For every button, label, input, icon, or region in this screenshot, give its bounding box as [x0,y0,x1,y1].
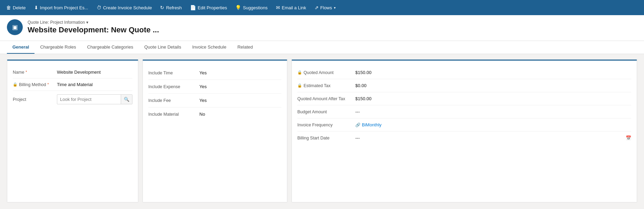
tab-quote-line-details[interactable]: Quote Line Details [139,41,187,54]
flows-chevron-icon: ▾ [334,6,336,10]
estimated-tax-label: 🔒 Estimated Tax [297,83,353,88]
breadcrumb-text: Quote Line: Project Information [28,20,85,25]
quoted-amount-after-tax-row: Quoted Amount After Tax $150.00 [297,92,631,105]
billing-required-star: * [48,83,49,86]
project-input-wrapper: 🔍 [57,94,132,104]
include-fee-label: Include Fee [148,98,197,103]
billing-start-date-calendar-icon[interactable]: 📅 [626,135,631,140]
import-button[interactable]: ⬇ Import from Project Es... [31,3,92,12]
billing-start-date-value: --- [355,135,623,140]
tab-chargeable-roles[interactable]: Chargeable Roles [34,41,81,54]
billing-start-date-row: Billing Start Date --- 📅 [297,132,631,144]
page-title: Website Development: New Quote ... [28,25,159,34]
delete-icon: 🗑 [6,5,11,10]
invoice-frequency-row: Invoice Frequency 🔗 BiMonthly [297,118,631,132]
include-fee-row: Include Fee Yes [148,94,281,107]
tab-related[interactable]: Related [232,41,258,54]
main-content: Name * Website Development 🔒 Billing Met… [0,54,644,208]
breadcrumb-chevron-icon: ▾ [86,20,88,25]
tabs-bar: General Chargeable Roles Chargeable Cate… [0,41,644,54]
budget-amount-value: --- [355,109,631,114]
refresh-label: Refresh [166,5,182,10]
include-expense-row: Include Expense Yes [148,80,281,94]
estimated-tax-lock-icon: 🔒 [297,83,302,88]
tab-chargeable-categories[interactable]: Chargeable Categories [82,41,139,54]
quoted-amount-after-tax-value: $150.00 [355,96,631,101]
billing-method-value: Time and Material [57,82,132,87]
quoted-amount-row: 🔒 Quoted Amount $150.00 [297,66,631,79]
invoice-frequency-label: Invoice Frequency [297,123,353,127]
header-section: ▣ Quote Line: Project Information ▾ Webs… [0,15,644,41]
billing-method-field-row: 🔒 Billing Method * Time and Material [13,79,132,91]
import-label: Import from Project Es... [40,5,88,10]
refresh-button[interactable]: ↻ Refresh [157,3,185,12]
include-expense-value: Yes [199,84,207,89]
quoted-amount-lock-icon: 🔒 [297,70,302,75]
include-material-label: Include Material [148,112,197,117]
suggestions-label: Suggestions [243,5,268,10]
include-material-value: No [199,112,205,117]
quoted-amount-label: 🔒 Quoted Amount [297,70,353,75]
estimated-tax-value: $0.00 [355,83,631,88]
include-material-row: Include Material No [148,107,281,121]
name-field-row: Name * Website Development [13,66,132,79]
billing-start-date-label: Billing Start Date [297,136,353,140]
create-invoice-icon: ⏱ [97,5,101,10]
budget-amount-row: Budget Amount --- [297,105,631,118]
flows-label: Flows [320,5,332,10]
tab-invoice-schedule[interactable]: Invoice Schedule [187,41,232,54]
create-invoice-label: Create Invoice Schedule [103,5,152,10]
avatar: ▣ [7,19,23,35]
project-search-button[interactable]: 🔍 [121,95,132,104]
budget-amount-label: Budget Amount [297,109,353,114]
suggestions-icon: 💡 [235,5,241,10]
email-link-icon: ✉ [276,5,280,10]
breadcrumb[interactable]: Quote Line: Project Information ▾ [28,20,159,25]
billing-lock-icon: 🔒 [13,82,18,87]
include-time-value: Yes [199,70,207,75]
project-label: Project [13,97,54,102]
edit-properties-button[interactable]: 📄 Edit Properties [187,3,230,12]
estimated-tax-row: 🔒 Estimated Tax $0.00 [297,79,631,92]
tab-general[interactable]: General [7,41,34,54]
edit-properties-icon: 📄 [190,5,196,10]
header-info: Quote Line: Project Information ▾ Websit… [28,20,159,34]
project-field-row: Project 🔍 [13,91,132,108]
billing-method-label: 🔒 Billing Method * [13,82,54,87]
email-link-button[interactable]: ✉ Email a Link [273,3,310,12]
left-card: Name * Website Development 🔒 Billing Met… [7,60,138,202]
refresh-icon: ↻ [160,5,164,10]
edit-properties-label: Edit Properties [198,5,227,10]
name-label: Name * [13,70,54,75]
avatar-icon: ▣ [12,23,18,31]
invoice-frequency-value[interactable]: 🔗 BiMonthly [355,122,631,127]
toolbar: 🗑 Delete ⬇ Import from Project Es... ⏱ C… [0,0,644,15]
suggestions-button[interactable]: 💡 Suggestions [232,3,271,12]
project-search-icon: 🔍 [124,97,129,102]
include-time-label: Include Time [148,71,197,75]
name-required-star: * [26,70,27,74]
include-expense-label: Include Expense [148,84,197,89]
project-input[interactable] [57,95,121,104]
include-time-row: Include Time Yes [148,66,281,80]
flows-icon: ⇗ [315,5,319,10]
middle-card: Include Time Yes Include Expense Yes Inc… [142,60,287,202]
invoice-frequency-link-icon: 🔗 [355,123,360,127]
flows-button[interactable]: ⇗ Flows ▾ [311,3,339,12]
include-fee-value: Yes [199,98,207,103]
import-icon: ⬇ [34,5,38,10]
quoted-amount-value: $150.00 [355,70,631,75]
email-link-label: Email a Link [282,5,306,10]
create-invoice-button[interactable]: ⏱ Create Invoice Schedule [93,3,156,12]
delete-label: Delete [13,5,26,10]
quoted-amount-after-tax-label: Quoted Amount After Tax [297,96,353,101]
delete-button[interactable]: 🗑 Delete [3,3,29,12]
right-card: 🔒 Quoted Amount $150.00 🔒 Estimated Tax … [291,60,637,202]
name-value: Website Development [57,70,132,75]
